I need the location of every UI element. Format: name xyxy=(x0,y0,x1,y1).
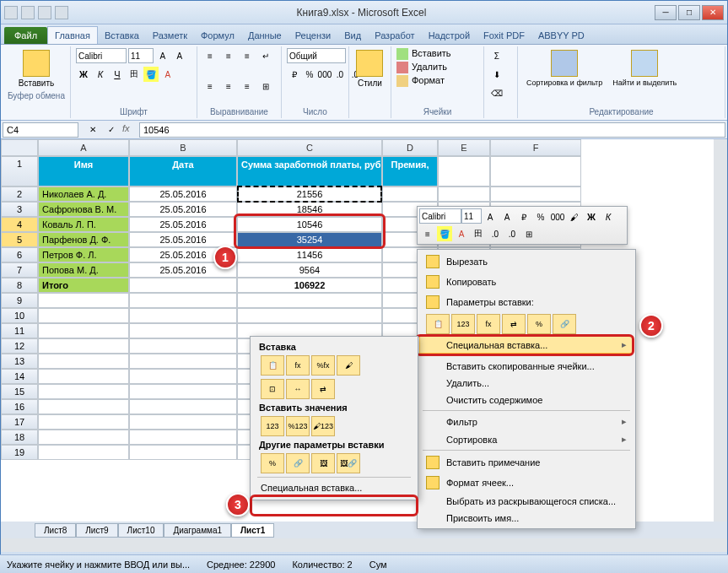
row-header[interactable]: 8 xyxy=(1,278,38,293)
mini-fill-icon[interactable]: 🪣 xyxy=(437,226,452,241)
cell-name[interactable]: Попова М. Д. xyxy=(38,262,129,278)
cell-name[interactable]: Сафронова В. М. xyxy=(38,202,129,217)
select-all-corner[interactable] xyxy=(1,139,38,156)
paste-noborder-icon[interactable]: ⊡ xyxy=(261,379,284,399)
menu-cut[interactable]: Вырезать xyxy=(419,251,634,272)
shrink-font-icon[interactable]: A xyxy=(172,48,187,63)
row-header[interactable]: 10 xyxy=(1,308,38,323)
tab-foxit[interactable]: Foxit PDF xyxy=(477,27,531,44)
tab-layout[interactable]: Разметк xyxy=(146,27,194,44)
cells-insert[interactable]: Вставить xyxy=(396,48,451,60)
header-date[interactable]: Дата xyxy=(129,156,237,186)
paste-picture-icon[interactable]: 🖼 xyxy=(311,453,335,473)
sheet-tab[interactable]: Лист8 xyxy=(35,523,76,538)
paste-formulas-icon[interactable]: fx xyxy=(477,314,500,334)
col-header-B[interactable]: B xyxy=(129,139,237,156)
sheet-tab[interactable]: Лист10 xyxy=(118,523,164,538)
paste-link-icon[interactable]: 🔗 xyxy=(553,314,576,334)
file-tab[interactable]: Файл xyxy=(4,27,47,44)
mini-italic[interactable]: К xyxy=(601,209,616,224)
cell[interactable] xyxy=(490,156,581,186)
clear-icon[interactable]: ⌫ xyxy=(489,85,504,100)
cell-total-value[interactable]: 106922 xyxy=(237,278,382,293)
sheet-tab-active[interactable]: Лист1 xyxy=(231,523,274,538)
mini-align-icon[interactable]: ≡ xyxy=(420,226,435,241)
paste-values-icon[interactable]: 123 xyxy=(451,314,475,334)
grow-font-icon[interactable]: A xyxy=(155,48,170,63)
row-header[interactable]: 3 xyxy=(1,202,38,217)
fill-icon[interactable]: ⬇ xyxy=(489,67,504,82)
cancel-icon[interactable]: ✕ xyxy=(85,122,100,138)
sheet-tab[interactable]: Диаграмма1 xyxy=(164,523,231,538)
paste-colwidth-icon[interactable]: ↔ xyxy=(286,379,310,399)
sheet-tab[interactable]: Лист9 xyxy=(76,523,117,538)
menu-copy[interactable]: Копировать xyxy=(419,272,634,292)
paste-all-icon[interactable]: 📋 xyxy=(426,314,450,334)
tab-review[interactable]: Рецензи xyxy=(289,27,338,44)
undo-icon[interactable] xyxy=(38,6,51,19)
menu-delete[interactable]: Удалить... xyxy=(419,375,634,392)
row-header[interactable]: 1 xyxy=(1,156,38,186)
cell-total-label[interactable]: Итого xyxy=(38,278,129,293)
percent-icon[interactable]: % xyxy=(302,67,317,82)
currency-icon[interactable]: ₽ xyxy=(287,67,302,82)
italic-button[interactable]: К xyxy=(93,67,108,82)
paste-transpose-icon[interactable]: ⇄ xyxy=(502,314,526,334)
mini-font[interactable] xyxy=(419,208,461,224)
maximize-button[interactable]: □ xyxy=(678,5,700,20)
header-name[interactable]: Имя xyxy=(38,156,129,186)
fx-icon[interactable]: fx xyxy=(122,123,136,137)
cell-name[interactable]: Петров Ф. Л. xyxy=(38,247,129,262)
menu-filter[interactable]: Фильтр▸ xyxy=(419,413,634,430)
cell-name[interactable]: Парфенов Д. Ф. xyxy=(38,232,129,247)
bold-button[interactable]: Ж xyxy=(76,67,91,82)
mini-size[interactable] xyxy=(461,208,482,224)
cell-salary[interactable]: 10546 xyxy=(237,217,382,232)
cell-date[interactable]: 25.05.2016 xyxy=(129,232,237,247)
mini-currency-icon[interactable]: ₽ xyxy=(516,209,531,224)
align-bot-icon[interactable]: ≡ xyxy=(240,48,255,63)
number-format-select[interactable] xyxy=(287,48,346,63)
col-header-D[interactable]: D xyxy=(382,139,438,156)
cells-format[interactable]: Формат xyxy=(396,75,445,87)
mini-merge-icon[interactable]: ⊞ xyxy=(521,226,537,241)
paste-button[interactable]: Вставить xyxy=(8,48,65,89)
paste-keep-fmt-icon[interactable]: 🖌 xyxy=(337,355,360,376)
mini-shrink-icon[interactable]: A xyxy=(499,209,515,224)
row-header[interactable]: 16 xyxy=(1,399,38,414)
header-salary[interactable]: Сумма заработной платы, руб. xyxy=(237,156,382,186)
cell-date[interactable]: 25.05.2016 xyxy=(129,217,237,232)
tab-formulas[interactable]: Формул xyxy=(194,27,241,44)
col-header-E[interactable]: E xyxy=(438,139,490,156)
menu-comment[interactable]: Вставить примечание xyxy=(419,452,634,473)
tab-data[interactable]: Данные xyxy=(241,27,289,44)
name-box[interactable]: C4 xyxy=(3,122,78,138)
cell[interactable] xyxy=(382,186,438,202)
align-left-icon[interactable]: ≡ xyxy=(202,78,218,94)
paste-formulas-icon[interactable]: fx xyxy=(286,355,310,376)
mini-bold[interactable]: Ж xyxy=(584,209,599,224)
menu-dropdown-list[interactable]: Выбрать из раскрывающегося списка... xyxy=(419,493,634,510)
tab-addins[interactable]: Надстрой xyxy=(422,27,477,44)
tab-home[interactable]: Главная xyxy=(47,26,98,44)
align-top-icon[interactable]: ≡ xyxy=(202,48,218,63)
submenu-paste-special[interactable]: Специальная вставка... xyxy=(254,479,414,496)
size-select[interactable] xyxy=(128,48,154,63)
enter-icon[interactable]: ✓ xyxy=(104,122,119,138)
border-icon[interactable]: 田 xyxy=(127,67,142,82)
cell[interactable] xyxy=(129,278,237,293)
cell[interactable] xyxy=(438,186,490,202)
merge-icon[interactable]: ⊞ xyxy=(258,78,273,94)
row-header[interactable]: 2 xyxy=(1,186,38,202)
menu-sort[interactable]: Сортировка▸ xyxy=(419,430,634,448)
row-header[interactable]: 15 xyxy=(1,384,38,399)
row-header[interactable]: 17 xyxy=(1,414,38,430)
paste-transpose-icon[interactable]: ⇄ xyxy=(311,379,335,399)
wrap-icon[interactable]: ↵ xyxy=(258,48,273,63)
cell-date[interactable]: 25.05.2016 xyxy=(129,202,237,217)
row-header[interactable]: 7 xyxy=(1,262,38,278)
underline-button[interactable]: Ч xyxy=(110,67,125,82)
menu-format-cells[interactable]: Формат ячеек... xyxy=(419,473,634,493)
menu-define-name[interactable]: Присвоить имя... xyxy=(419,510,634,527)
cell[interactable] xyxy=(490,186,581,202)
